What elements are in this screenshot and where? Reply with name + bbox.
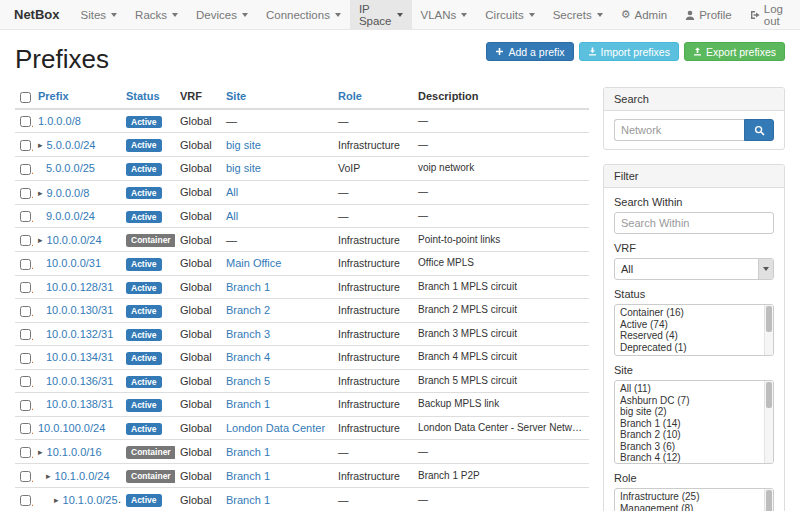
scrollbar-thumb[interactable] [766,306,772,332]
site-link[interactable]: Main Office [226,257,281,269]
prefix-link[interactable]: 5.0.0.0/25 [46,161,95,175]
site-link[interactable]: Branch 1 [226,494,270,506]
scrollbar[interactable] [764,305,773,355]
import-prefixes-button[interactable]: Import prefixes [579,42,679,61]
nav-item-racks[interactable]: Racks [126,0,187,29]
select-option[interactable]: Branch 5 (7) [615,464,764,465]
prefix-link[interactable]: 10.0.0.132/31 [46,327,113,341]
select-option[interactable]: Branch 1 (14) [615,418,764,430]
select-option[interactable]: big site (2) [615,406,764,418]
site-link[interactable]: Branch 3 [226,328,270,340]
nav-item-admin[interactable]: ⚙Admin [612,0,676,29]
row-checkbox[interactable] [20,423,31,434]
row-checkbox[interactable] [20,495,31,506]
nav-item-log-out[interactable]: Log out [741,0,792,29]
nav-item-sites[interactable]: Sites [72,0,127,29]
row-checkbox[interactable] [20,164,31,175]
select-all-checkbox[interactable] [20,92,31,103]
site-link[interactable]: Branch 1 [226,470,270,482]
prefix-link[interactable]: 10.1.0.0/16 [47,445,102,459]
site-link[interactable]: Branch 1 [226,446,270,458]
scrollbar-thumb[interactable] [766,490,772,511]
site-multiselect[interactable]: All (11)Ashburn DC (7)big site (2)Branch… [614,380,774,464]
site-link[interactable]: Branch 5 [226,375,270,387]
prefix-link[interactable]: 10.0.0.130/31 [46,303,113,317]
nav-item-circuits[interactable]: Circuits [476,0,543,29]
expand-toggle-icon[interactable]: ▸ [38,186,43,200]
prefix-link[interactable]: 10.0.0.138/31 [46,397,113,411]
prefix-link[interactable]: 10.0.0.128/31 [46,280,113,294]
row-checkbox[interactable] [20,116,31,127]
prefix-link[interactable]: 9.0.0.0/8 [47,186,90,200]
search-within-input[interactable] [614,212,774,234]
role-multiselect[interactable]: Infrastructure (25)Management (8)Private… [614,488,774,511]
row-checkbox[interactable] [20,353,31,364]
expand-toggle-icon[interactable]: ▸ [38,233,43,247]
select-option[interactable]: Infrastructure (25) [615,491,764,503]
select-option[interactable]: Management (8) [615,503,764,511]
row-checkbox[interactable] [20,471,31,482]
expand-toggle-icon[interactable]: ▸ [38,138,43,152]
row-checkbox[interactable] [20,306,31,317]
select-option[interactable]: Branch 2 (10) [615,429,764,441]
select-option[interactable]: Branch 4 (12) [615,452,764,464]
select-option[interactable]: All (11) [615,383,764,395]
prefix-link[interactable]: 10.0.100.0/24 [38,421,105,435]
select-option[interactable]: Ashburn DC (7) [615,395,764,407]
row-checkbox[interactable] [20,235,31,246]
nav-item-profile[interactable]: Profile [676,0,741,29]
row-checkbox[interactable] [20,376,31,387]
site-link[interactable]: Branch 4 [226,351,270,363]
prefix-link[interactable]: 10.1.0.0/24 [55,469,110,483]
prefix-link[interactable]: 10.1.0.0/25 [63,493,118,507]
add-a-prefix-button[interactable]: Add a prefix [486,42,573,61]
prefix-link[interactable]: 10.0.0.136/31 [46,374,113,388]
row-checkbox[interactable] [20,211,31,222]
site-link[interactable]: Branch 2 [226,304,270,316]
scrollbar-thumb[interactable] [766,382,772,408]
prefix-link[interactable]: 1.0.0.0/8 [38,114,81,128]
select-option[interactable]: Container (16) [615,307,764,319]
prefix-link[interactable]: 10.0.0.0/31 [46,256,101,270]
row-checkbox[interactable] [20,259,31,270]
nav-item-ip-space[interactable]: IP Space [350,0,412,29]
prefix-link[interactable]: 10.0.0.0/24 [47,233,102,247]
site-link[interactable]: big site [226,139,261,151]
column-sort-site[interactable]: Site [226,90,246,102]
site-link[interactable]: All [226,186,238,198]
status-multiselect[interactable]: Container (16)Active (74)Reserved (4)Dep… [614,304,774,356]
brand[interactable]: NetBox [0,0,72,29]
expand-toggle-icon[interactable]: ▸ [54,493,59,507]
column-sort-role[interactable]: Role [338,90,362,102]
nav-item-secrets[interactable]: Secrets [544,0,612,29]
row-checkbox[interactable] [20,140,31,151]
select-option[interactable]: Branch 3 (6) [615,441,764,453]
select-option[interactable]: Deprecated (1) [615,342,764,354]
scrollbar[interactable] [764,489,773,511]
site-link[interactable]: All [226,210,238,222]
expand-toggle-icon[interactable]: ▸ [46,469,51,483]
select-option[interactable]: Active (74) [615,319,764,331]
site-link[interactable]: Branch 1 [226,398,270,410]
nav-item-vlans[interactable]: VLANs [412,0,477,29]
site-link[interactable]: Branch 1 [226,281,270,293]
scrollbar[interactable] [764,381,773,463]
row-checkbox[interactable] [20,447,31,458]
column-sort-prefix[interactable]: Prefix [38,90,69,102]
nav-item-devices[interactable]: Devices [187,0,257,29]
nav-item-connections[interactable]: Connections [257,0,350,29]
prefix-link[interactable]: 5.0.0.0/24 [47,138,96,152]
row-checkbox[interactable] [20,329,31,340]
row-checkbox[interactable] [20,188,31,199]
vrf-select[interactable]: All [614,258,774,280]
export-prefixes-button[interactable]: Export prefixes [684,42,785,61]
row-checkbox[interactable] [20,282,31,293]
prefix-link[interactable]: 10.0.0.134/31 [46,350,113,364]
site-link[interactable]: London Data Center [226,422,325,434]
prefix-link[interactable]: 9.0.0.0/24 [46,209,95,223]
site-link[interactable]: big site [226,162,261,174]
expand-toggle-icon[interactable]: ▸ [38,445,43,459]
search-input[interactable] [614,119,744,141]
select-option[interactable]: Reserved (4) [615,330,764,342]
row-checkbox[interactable] [20,400,31,411]
